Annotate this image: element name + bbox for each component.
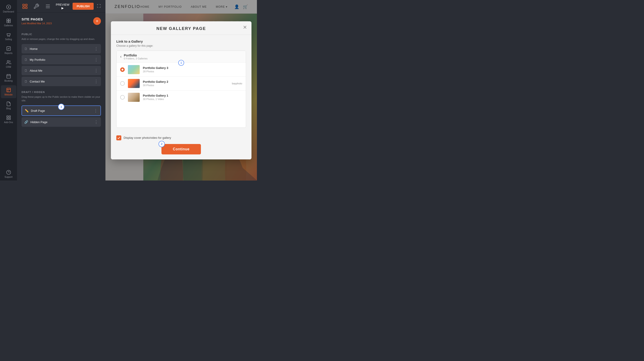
sidebar-item-label: Add-Ons	[4, 121, 13, 124]
sidebar-item-blog[interactable]: Blog	[1, 99, 16, 112]
svg-rect-15	[6, 116, 8, 117]
add-page-button[interactable]: +	[93, 17, 101, 25]
toolbar-right: PREVIEW ▶ PUBLISH	[56, 3, 101, 10]
sidebar-item-selling[interactable]: Selling	[1, 30, 16, 43]
folder-info: Portfolio 0 Folders, 3 Galleries	[124, 54, 148, 60]
folder-meta: 0 Folders, 3 Galleries	[124, 57, 148, 60]
sidebar-item-label: Blog	[6, 107, 11, 110]
pages-tool-icon[interactable]	[22, 1, 28, 11]
modal-footer: Display cover photo/video for gallery 2 …	[111, 132, 252, 160]
sidebar-last-modified: Last Modified Mar 14, 2023	[22, 22, 52, 25]
gallery-item-count-2: 30 Photos	[143, 84, 232, 86]
svg-point-7	[9, 36, 10, 36]
draft-page-wrap: 3 ✏️ ⋮	[22, 106, 101, 116]
fullscreen-button[interactable]	[97, 4, 101, 8]
gallery-thumb-1	[128, 93, 140, 102]
modal-header: NEW GALLERY PAGE ✕	[111, 21, 252, 35]
svg-rect-5	[8, 21, 10, 23]
sidebar-item-crm[interactable]: CRM	[1, 58, 16, 70]
modal-section-title: Link to a Gallery	[116, 40, 246, 43]
svg-rect-17	[6, 118, 8, 120]
sidebar-title-wrap: SITE PAGES Last Modified Mar 14, 2023	[22, 17, 52, 29]
sidebar-item-support[interactable]: Support	[1, 168, 16, 180]
step-badge-3: 3	[58, 104, 64, 110]
continue-btn-wrap: 2 Continue	[116, 144, 246, 154]
gallery-item-name-1: Portfolio Gallery 1	[143, 94, 242, 97]
page-icon: 🗋	[24, 47, 28, 50]
gallery-item-2[interactable]: Portfolio Gallery 2 30 Photos bayphoto	[116, 77, 246, 90]
display-cover-checkbox[interactable]	[116, 136, 121, 140]
gallery-radio-3[interactable]	[120, 67, 125, 72]
svg-rect-8	[6, 47, 10, 50]
new-gallery-page-modal: NEW GALLERY PAGE ✕ Link to a Gallery Cho…	[111, 21, 252, 160]
sidebar-item-booking[interactable]: Booking	[1, 72, 16, 84]
sidebar-item-galleries[interactable]: Galleries	[1, 16, 16, 29]
page-item-menu-btn[interactable]: ⋮	[94, 79, 98, 84]
gallery-item-info-2: Portfolio Gallery 2 30 Photos	[143, 80, 232, 86]
gallery-radio-2[interactable]	[120, 81, 125, 86]
checkmark-icon	[117, 136, 120, 140]
sidebar-item-dashboard[interactable]: Dashboard	[1, 2, 16, 15]
top-toolbar: PREVIEW ▶ PUBLISH	[17, 0, 106, 13]
folder-name: Portfolio	[124, 54, 148, 57]
page-icon: 🗋	[24, 58, 28, 62]
checkbox-row: Display cover photo/video for gallery	[116, 136, 246, 140]
page-item-hidden[interactable]: 🔗 Hidden Page ⋮	[22, 117, 101, 127]
page-item-menu-btn[interactable]: ⋮	[94, 68, 98, 73]
sidebar-panel: PREVIEW ▶ PUBLISH SITE PAGES Last Modifi…	[17, 0, 106, 180]
draft-section-desc: Drag these pages up to the Public sectio…	[22, 95, 101, 102]
gallery-item-name-2: Portfolio Gallery 2	[143, 80, 232, 84]
publish-button[interactable]: PUBLISH	[72, 3, 94, 10]
gallery-item-info-1: Portfolio Gallery 1 30 Photos, 1 Video	[143, 94, 242, 100]
preview-button[interactable]: PREVIEW ▶	[56, 3, 70, 10]
gallery-item-info-3: Portfolio Gallery 3 28 Photos	[143, 66, 242, 73]
hidden-page-icon: 🔗	[24, 120, 28, 124]
folder-back-button[interactable]: ‹	[120, 54, 122, 59]
modal-close-button[interactable]: ✕	[243, 25, 247, 30]
sidebar-item-label: Galleries	[4, 24, 13, 27]
page-item-my-portfolio[interactable]: 🗋 My Portfolio ⋮	[22, 55, 101, 64]
page-item-label: Hidden Page	[30, 120, 92, 124]
sidebar-item-label: Reports	[4, 52, 12, 54]
svg-rect-22	[23, 7, 24, 8]
step-badge-1: 1	[178, 60, 184, 66]
tools-tool-icon[interactable]	[33, 1, 40, 11]
svg-point-9	[7, 60, 8, 62]
sidebar-item-website[interactable]: Website	[1, 85, 16, 98]
addons-icon	[6, 115, 11, 120]
gallery-item-badge-2: bayphoto	[232, 82, 242, 85]
sidebar-item-addons[interactable]: Add-Ons	[1, 113, 16, 126]
continue-button[interactable]: Continue	[162, 144, 201, 154]
page-item-menu-btn[interactable]: ⋮	[94, 120, 98, 124]
page-item-menu-btn[interactable]: ⋮	[94, 57, 98, 62]
booking-icon	[6, 74, 11, 79]
sidebar-item-label: Website	[4, 94, 13, 96]
gallery-thumb-2	[128, 79, 140, 88]
dashboard-icon	[6, 4, 11, 10]
page-item-menu-btn[interactable]: ⋮	[94, 46, 98, 51]
svg-point-6	[8, 36, 8, 36]
page-item-menu-btn[interactable]: ⋮	[94, 108, 98, 113]
gallery-item-count-3: 28 Photos	[143, 70, 242, 73]
svg-rect-21	[23, 4, 24, 6]
gallery-radio-1[interactable]	[120, 95, 125, 100]
svg-rect-10	[6, 74, 10, 78]
svg-rect-2	[6, 19, 8, 21]
checkbox-label: Display cover photo/video for gallery	[124, 136, 171, 140]
selling-icon	[6, 32, 11, 37]
sidebar-title: SITE PAGES	[22, 17, 52, 21]
page-item-home[interactable]: 🗋 Home ⋮	[22, 44, 101, 54]
support-icon	[6, 170, 11, 175]
gallery-thumb-3	[128, 65, 140, 74]
blog-icon	[6, 101, 11, 106]
svg-rect-4	[6, 21, 8, 23]
page-item-contact-me[interactable]: 🗋 Contact Me ⋮	[22, 77, 101, 86]
settings-tool-icon[interactable]	[44, 1, 51, 11]
page-item-about-me[interactable]: 🗋 About Me ⋮	[22, 66, 101, 75]
sidebar-item-label: CRM	[6, 66, 11, 68]
gallery-item-1[interactable]: Portfolio Gallery 1 30 Photos, 1 Video	[116, 90, 246, 104]
sidebar-item-label: Dashboard	[3, 10, 14, 13]
svg-rect-24	[26, 7, 27, 8]
gallery-item-3[interactable]: 1 Portfolio Gallery 3 28 Photos	[116, 63, 246, 77]
sidebar-item-reports[interactable]: Reports	[1, 44, 16, 57]
